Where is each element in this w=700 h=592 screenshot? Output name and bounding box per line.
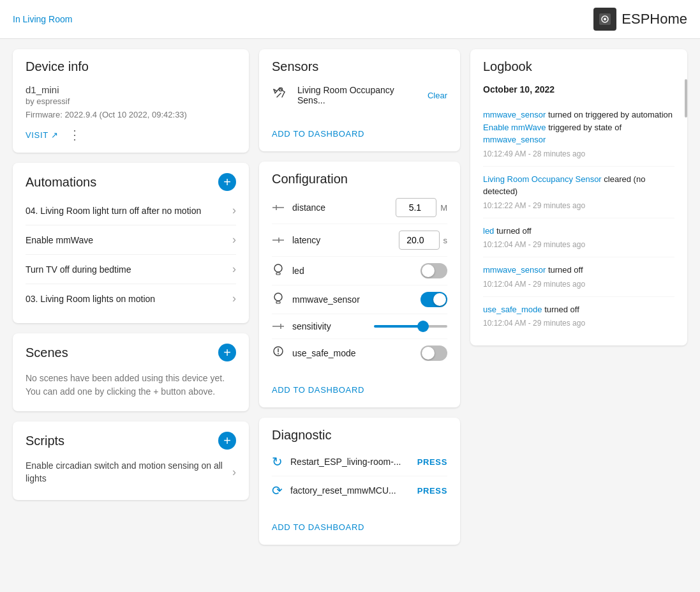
- scenes-description: No scenes have been added using this dev…: [26, 367, 236, 401]
- slider-icon-sensitivity: [272, 321, 285, 332]
- logbook-scroll[interactable]: October 10, 2022 mmwave_sensor turned on…: [470, 79, 687, 345]
- svg-rect-17: [276, 301, 280, 303]
- svg-rect-16: [274, 293, 282, 301]
- sensors-add-dashboard-button[interactable]: ADD TO DASHBOARD: [272, 124, 364, 144]
- svg-rect-15: [276, 273, 280, 275]
- add-scene-button[interactable]: +: [218, 344, 236, 361]
- factory-reset-icon: ⟳: [272, 483, 283, 498]
- log-text-3: mmwave_sensor turned off: [483, 264, 674, 277]
- clear-sensor-button[interactable]: Clear: [428, 91, 447, 100]
- scrollbar: [685, 79, 687, 118]
- log-time-0: 10:12:49 AM - 28 minutes ago: [483, 148, 674, 160]
- config-name-led: led: [292, 266, 413, 276]
- log-entry-0: mmwave_sensor turned on triggered by aut…: [483, 102, 674, 167]
- diagnostic-name-1: factory_reset_mmwMCU...: [290, 485, 410, 496]
- script-item-0[interactable]: Enable circadian switch and motion sensi…: [26, 455, 236, 490]
- config-add-dashboard-button[interactable]: ADD TO DASHBOARD: [272, 380, 364, 400]
- log-link-mmwave-state[interactable]: mmwave_sensor: [483, 135, 546, 144]
- slider-icon-latency: [272, 234, 285, 246]
- mmwave-toggle[interactable]: [421, 292, 447, 307]
- config-name-distance: distance: [292, 202, 388, 213]
- automation-item-2[interactable]: Turn TV off during bedtime ›: [26, 255, 236, 284]
- sensors-title: Sensors: [272, 59, 318, 74]
- safe-mode-icon: [272, 345, 285, 361]
- restart-icon: ↻: [272, 454, 283, 469]
- device-actions: VISIT ↗ ⋮: [26, 127, 236, 142]
- automation-item-0[interactable]: 04. Living Room light turn off after no …: [26, 196, 236, 225]
- automation-label-2: Turn TV off during bedtime: [26, 264, 232, 275]
- config-row-safe-mode: use_safe_mode: [272, 339, 447, 367]
- sensors-card: Sensors Living: [259, 49, 460, 151]
- distance-input-group: M: [396, 198, 447, 217]
- log-link-mmwave-0[interactable]: mmwave_sensor: [483, 110, 546, 119]
- log-link-led[interactable]: led: [483, 226, 494, 236]
- automations-title: Automations: [26, 175, 96, 190]
- chevron-right-icon-script: ›: [232, 466, 236, 479]
- log-entry-4: use_safe_mode turned off 10:12:04 AM - 2…: [483, 297, 674, 336]
- svg-point-21: [278, 353, 279, 354]
- automations-header: Automations +: [13, 163, 249, 196]
- motion-sensor-icon: [272, 84, 290, 106]
- chevron-right-icon-1: ›: [232, 233, 236, 247]
- config-name-mmwave: mmwave_sensor: [292, 294, 413, 305]
- config-name-sensitivity: sensitivity: [292, 321, 366, 331]
- log-link-mmwave-1[interactable]: mmwave_sensor: [483, 265, 546, 275]
- external-link-icon: ↗: [51, 130, 59, 140]
- config-name-safe-mode: use_safe_mode: [292, 348, 413, 358]
- main-content: Device info d1_mini by espressif Firmwar…: [0, 39, 700, 555]
- scenes-body: No scenes have been added using this dev…: [13, 367, 249, 411]
- sensors-header: Sensors: [259, 49, 460, 79]
- log-plain-4: turned off: [544, 305, 579, 314]
- automations-body: 04. Living Room light turn off after no …: [13, 196, 249, 323]
- latency-input[interactable]: [399, 231, 440, 250]
- sensitivity-slider-container: [374, 325, 448, 328]
- press-button-1[interactable]: PRESS: [417, 486, 447, 496]
- safe-mode-toggle[interactable]: [421, 345, 447, 361]
- log-text-4: use_safe_mode turned off: [483, 303, 674, 316]
- press-button-0[interactable]: PRESS: [417, 457, 447, 467]
- automation-item-1[interactable]: Enable mmWave ›: [26, 225, 236, 255]
- configuration-card: Configuration distance M: [259, 162, 460, 407]
- device-info-body: d1_mini by espressif Firmware: 2022.9.4 …: [13, 79, 249, 153]
- automation-item-3[interactable]: 03. Living Room lights on motion ›: [26, 284, 236, 313]
- firmware-version: Firmware: 2022.9.4 (Oct 10 2022, 09:42:3…: [26, 110, 236, 119]
- diagnostic-add-dashboard-button[interactable]: ADD TO DASHBOARD: [272, 517, 364, 537]
- svg-line-7: [277, 93, 281, 97]
- add-script-button[interactable]: +: [218, 432, 236, 450]
- add-automation-button[interactable]: +: [218, 173, 236, 191]
- visit-link[interactable]: VISIT ↗: [26, 130, 58, 140]
- distance-unit: M: [440, 203, 447, 213]
- log-time-2: 10:12:04 AM - 29 minutes ago: [483, 239, 674, 250]
- config-row-latency: latency s: [272, 224, 447, 257]
- chevron-right-icon-0: ›: [232, 204, 236, 217]
- more-options-icon[interactable]: ⋮: [68, 127, 81, 142]
- diagnostic-name-0: Restart_ESP_living-room-...: [290, 457, 410, 467]
- sensitivity-slider[interactable]: [374, 325, 448, 328]
- script-label-0: Enable circadian switch and motion sensi…: [26, 460, 232, 485]
- log-time-3: 10:12:04 AM - 29 minutes ago: [483, 278, 674, 290]
- log-link-safe-mode[interactable]: use_safe_mode: [483, 305, 542, 314]
- led-toggle[interactable]: [421, 263, 447, 278]
- log-time-4: 10:12:04 AM - 29 minutes ago: [483, 317, 674, 329]
- logbook-date: October 10, 2022: [483, 79, 674, 102]
- device-info-card: Device info d1_mini by espressif Firmwar…: [13, 49, 249, 153]
- sensors-body: Living Room Occupancy Sens... Clear: [259, 79, 460, 121]
- chevron-right-icon-3: ›: [232, 292, 236, 305]
- log-link-occupancy[interactable]: Living Room Occupancy Sensor: [483, 174, 602, 184]
- distance-input[interactable]: [396, 198, 436, 217]
- configuration-header: Configuration: [259, 162, 460, 192]
- top-bar: In Living Room ESPHome: [0, 0, 700, 39]
- log-time-1: 10:12:22 AM - 29 minutes ago: [483, 200, 674, 211]
- log-entry-3: mmwave_sensor turned off 10:12:04 AM - 2…: [483, 257, 674, 297]
- log-text-1: Living Room Occupancy Sensor cleared (no…: [483, 173, 674, 198]
- diagnostic-row-0: ↻ Restart_ESP_living-room-... PRESS: [272, 448, 447, 476]
- log-entry-2: led turned off 10:12:04 AM - 29 minutes …: [483, 218, 674, 258]
- breadcrumb-link[interactable]: In Living Room: [13, 14, 72, 24]
- configuration-body: distance M latency s: [259, 192, 460, 377]
- log-link-enable-mmwave[interactable]: Enable mmWave: [483, 123, 546, 132]
- config-row-mmwave: mmwave_sensor: [272, 285, 447, 314]
- scripts-body: Enable circadian switch and motion sensi…: [13, 455, 249, 500]
- logo-text: ESPHome: [622, 11, 687, 27]
- config-name-latency: latency: [292, 235, 391, 245]
- log-text-2: led turned off: [483, 225, 674, 238]
